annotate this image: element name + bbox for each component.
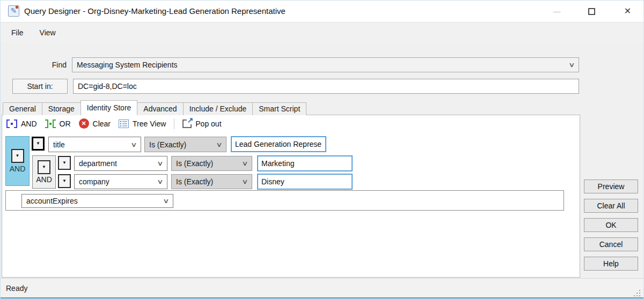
query-toolbar: AND OR ✕ Clear Tree View ↗ Pop out xyxy=(2,115,580,132)
row3-operator-combo[interactable]: Is (Exactly) ∨ xyxy=(171,174,252,189)
identity-store-tab-page: AND OR ✕ Clear Tree View ↗ Pop out xyxy=(2,115,580,278)
minimize-button[interactable]: — xyxy=(544,1,569,22)
help-button[interactable]: Help xyxy=(584,257,638,271)
chevron-down-icon: ∨ xyxy=(163,197,169,205)
status-text: Ready xyxy=(6,284,27,293)
window-title: Query Designer - Org-Disney-Marketing-Le… xyxy=(24,6,286,16)
outer-group-operator: AND xyxy=(10,165,26,173)
resize-grip-icon[interactable] xyxy=(634,290,640,296)
row2-value-input[interactable] xyxy=(257,155,353,171)
tab-smart-script[interactable]: Smart Script xyxy=(252,102,306,115)
preview-button[interactable]: Preview xyxy=(584,180,638,193)
row1-attribute: title xyxy=(53,140,129,149)
inner-group-operator: AND xyxy=(36,175,52,184)
clear-all-button[interactable]: Clear All xyxy=(584,199,638,213)
chevron-down-icon: ∨ xyxy=(568,61,575,69)
and-button[interactable]: AND xyxy=(6,119,37,128)
tab-strip: General Storage Identity Store Advanced … xyxy=(3,100,306,115)
tab-identity-store[interactable]: Identity Store xyxy=(80,100,138,115)
menu-view[interactable]: View xyxy=(40,28,56,37)
row3-dropdown-button[interactable]: ▼ xyxy=(58,174,71,188)
row2-attribute-combo[interactable]: department ∨ xyxy=(74,156,167,171)
status-bar: Ready xyxy=(1,278,643,297)
inner-group-dropdown-button[interactable]: ▼ xyxy=(38,160,50,174)
pencil-edit-icon: ✎ xyxy=(8,5,19,17)
cancel-button[interactable]: Cancel xyxy=(584,237,638,251)
chevron-down-icon: ∨ xyxy=(216,141,222,148)
toolbar-separator xyxy=(174,118,174,129)
dropdown-arrow-icon: ▼ xyxy=(36,141,40,146)
row1-operator-combo[interactable]: Is (Exactly) ∨ xyxy=(144,137,226,152)
maximize-button[interactable] xyxy=(579,1,604,22)
or-brackets-icon xyxy=(45,119,56,128)
pop-out-icon: ↗ xyxy=(182,119,192,128)
close-icon: ✕ xyxy=(624,6,631,16)
chevron-down-icon: ∨ xyxy=(241,160,248,167)
new-condition-attribute-combo[interactable]: accountExpires ∨ xyxy=(21,194,173,208)
row3-operator: Is (Exactly) xyxy=(176,177,240,186)
row1-dropdown-button[interactable]: ▼ xyxy=(32,137,45,151)
row2-operator: Is (Exactly) xyxy=(176,159,240,168)
and-button-label: AND xyxy=(21,119,37,128)
tree-view-icon xyxy=(119,119,129,128)
title-bar[interactable]: ✎ Query Designer - Org-Disney-Marketing-… xyxy=(1,1,643,22)
new-condition-attribute: accountExpires xyxy=(26,197,162,205)
or-button[interactable]: OR xyxy=(45,119,71,128)
row2-operator-combo[interactable]: Is (Exactly) ∨ xyxy=(171,156,252,171)
dropdown-arrow-icon: ▼ xyxy=(62,178,67,183)
clear-button-label: Clear xyxy=(93,119,111,128)
ok-button[interactable]: OK xyxy=(584,218,638,232)
row1-operator: Is (Exactly) xyxy=(149,140,215,149)
tree-view-button-label: Tree View xyxy=(133,119,166,128)
pop-out-button-label: Pop out xyxy=(195,119,221,128)
minimize-icon: — xyxy=(553,7,561,16)
close-button[interactable]: ✕ xyxy=(615,1,640,22)
tree-view-button[interactable]: Tree View xyxy=(119,119,166,128)
find-label: Find xyxy=(46,61,67,69)
chevron-down-icon: ∨ xyxy=(130,141,137,148)
maximize-icon xyxy=(588,8,595,15)
tab-storage[interactable]: Storage xyxy=(42,102,81,115)
menu-file[interactable]: File xyxy=(11,28,24,37)
outer-and-group[interactable]: ▼ AND xyxy=(5,136,30,186)
row3-value-input[interactable] xyxy=(257,174,353,190)
chevron-down-icon: ∨ xyxy=(241,178,248,185)
dropdown-arrow-icon: ▼ xyxy=(16,153,20,158)
outer-group-dropdown-button[interactable]: ▼ xyxy=(11,149,24,163)
row2-dropdown-button[interactable]: ▼ xyxy=(58,156,71,170)
row1-value-input[interactable] xyxy=(231,136,326,152)
or-button-label: OR xyxy=(60,119,71,128)
dropdown-arrow-icon: ▼ xyxy=(62,160,67,165)
inner-and-group[interactable]: ▼ AND xyxy=(32,155,56,189)
tab-advanced[interactable]: Advanced xyxy=(137,102,183,115)
dropdown-arrow-icon: ▼ xyxy=(42,165,46,169)
find-value: Messaging System Recipients xyxy=(77,61,567,69)
tab-include-exclude[interactable]: Include / Exclude xyxy=(183,102,253,115)
pencil-tip xyxy=(16,6,18,9)
clear-button[interactable]: ✕ Clear xyxy=(79,118,111,129)
tab-general[interactable]: General xyxy=(3,102,42,115)
menu-bar: File View xyxy=(1,22,643,42)
new-condition-row: accountExpires ∨ xyxy=(5,190,564,211)
find-dropdown[interactable]: Messaging System Recipients ∨ xyxy=(72,57,579,72)
start-in-button[interactable]: Start in: xyxy=(12,79,68,94)
row2-attribute: department xyxy=(79,159,156,168)
row1-attribute-combo[interactable]: title ∨ xyxy=(48,137,141,152)
row3-attribute-combo[interactable]: company ∨ xyxy=(74,174,167,189)
start-in-input[interactable] xyxy=(73,79,579,94)
pop-out-button[interactable]: ↗ Pop out xyxy=(182,119,221,128)
chevron-down-icon: ∨ xyxy=(157,160,163,167)
clear-x-icon: ✕ xyxy=(79,118,89,129)
row3-attribute: company xyxy=(79,177,156,186)
and-brackets-icon xyxy=(6,119,17,128)
query-designer-window: ✎ Query Designer - Org-Disney-Marketing-… xyxy=(0,0,644,299)
chevron-down-icon: ∨ xyxy=(157,178,163,185)
